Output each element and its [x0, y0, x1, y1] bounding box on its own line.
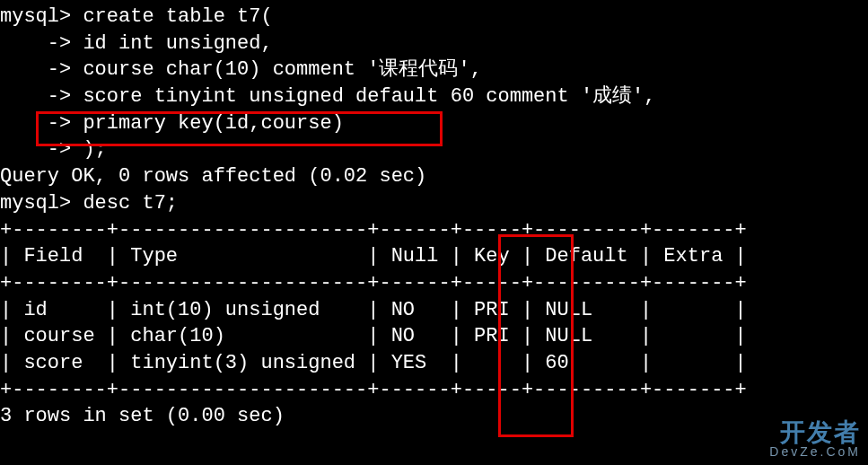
table-header-row: | Field | Type | Null | Key | Default | … [0, 243, 868, 270]
sql-line: -> score tinyint unsigned default 60 com… [0, 83, 868, 110]
sql-line: -> course char(10) comment '课程代码', [0, 57, 868, 83]
table-border: +--------+---------------------+------+-… [0, 377, 868, 404]
rows-in-set: 3 rows in set (0.00 sec) [0, 403, 868, 430]
table-border: +--------+---------------------+------+-… [0, 217, 868, 244]
table-row: | id | int(10) unsigned | NO | PRI | NUL… [0, 297, 868, 324]
sql-desc-command: mysql> desc t7; [0, 190, 868, 217]
query-ok: Query OK, 0 rows affected (0.02 sec) [0, 163, 868, 190]
watermark-line2: DevZe.CoM [769, 445, 861, 458]
sql-line: mysql> create table t7( [0, 4, 868, 31]
sql-line-primary-key: -> primary key(id,course) [0, 110, 868, 137]
table-row: | course | char(10) | NO | PRI | NULL | … [0, 323, 868, 350]
table-border: +--------+---------------------+------+-… [0, 270, 868, 297]
table-row: | score | tinyint(3) unsigned | YES | | … [0, 350, 868, 377]
terminal-output: mysql> create table t7( -> id int unsign… [0, 4, 868, 430]
sql-line: -> ); [0, 136, 868, 163]
sql-line: -> id int unsigned, [0, 31, 868, 57]
